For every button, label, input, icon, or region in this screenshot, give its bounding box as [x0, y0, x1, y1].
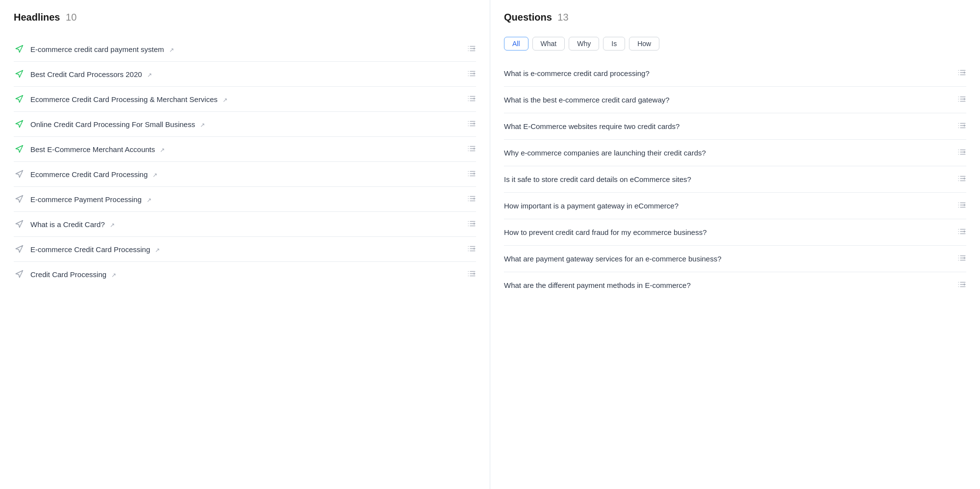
add-to-list-icon[interactable] [467, 194, 476, 205]
headline-text: Best E-Commerce Merchant Accounts ↗ [30, 145, 461, 154]
headline-text: E-commerce Credit Card Processing ↗ [30, 245, 461, 254]
question-text: What E-Commerce websites require two cre… [504, 122, 952, 130]
add-to-list-icon[interactable] [467, 269, 476, 280]
question-add-icon[interactable] [957, 68, 966, 78]
headlines-header: Headlines 10 [14, 12, 476, 27]
headline-text: Best Credit Card Processors 2020 ↗ [30, 70, 461, 78]
question-text: What are payment gateway services for an… [504, 255, 952, 263]
question-item[interactable]: Why e-commerce companies are launching t… [504, 140, 966, 166]
headline-text: E-commerce Payment Processing ↗ [30, 195, 461, 204]
questions-header: Questions 13 [504, 12, 966, 27]
megaphone-icon [14, 144, 25, 154]
add-to-list-icon[interactable] [467, 244, 476, 255]
add-to-list-icon[interactable] [467, 219, 476, 230]
add-to-list-icon[interactable] [467, 69, 476, 79]
external-link-icon: ↗ [169, 47, 174, 53]
questions-panel: Questions 13 AllWhatWhyIsHow What is e-c… [490, 0, 980, 489]
question-item[interactable]: How to prevent credit card fraud for my … [504, 219, 966, 246]
question-add-icon[interactable] [957, 174, 966, 184]
question-item[interactable]: What E-Commerce websites require two cre… [504, 113, 966, 140]
add-to-list-icon[interactable] [467, 144, 476, 154]
question-text: How to prevent credit card fraud for my … [504, 228, 952, 236]
headlines-title: Headlines [14, 12, 60, 23]
headline-item[interactable]: E-commerce Payment Processing ↗ [14, 187, 476, 212]
headline-item[interactable]: E-commerce Credit Card Processing ↗ [14, 237, 476, 262]
headline-item[interactable]: E-commerce credit card payment system ↗ [14, 37, 476, 62]
external-link-icon: ↗ [152, 172, 157, 179]
question-add-icon[interactable] [957, 95, 966, 105]
external-link-icon: ↗ [155, 247, 160, 254]
main-container: Headlines 10 E-commerce credit card paym… [0, 0, 980, 489]
question-text: Why e-commerce companies are launching t… [504, 149, 952, 157]
question-add-icon[interactable] [957, 148, 966, 158]
filter-btn-is[interactable]: Is [603, 37, 625, 51]
megaphone-icon [14, 44, 25, 54]
question-add-icon[interactable] [957, 227, 966, 237]
add-to-list-icon[interactable] [467, 94, 476, 104]
question-text: What is e-commerce credit card processin… [504, 69, 952, 77]
question-add-icon[interactable] [957, 201, 966, 211]
filter-btn-why[interactable]: Why [569, 37, 599, 51]
external-link-icon: ↗ [111, 272, 116, 279]
megaphone-icon [14, 169, 25, 180]
headlines-list: E-commerce credit card payment system ↗ … [14, 37, 476, 286]
headline-item[interactable]: Best Credit Card Processors 2020 ↗ [14, 62, 476, 87]
add-to-list-icon[interactable] [467, 169, 476, 180]
question-item[interactable]: What is the best e-commerce credit card … [504, 87, 966, 113]
headline-text: Credit Card Processing ↗ [30, 270, 461, 279]
headline-item[interactable]: Online Credit Card Processing For Small … [14, 112, 476, 137]
megaphone-icon [14, 244, 25, 255]
headline-text: Online Credit Card Processing For Small … [30, 120, 461, 129]
question-add-icon[interactable] [957, 280, 966, 290]
questions-title: Questions [504, 12, 552, 23]
question-item[interactable]: What is e-commerce credit card processin… [504, 60, 966, 87]
external-link-icon: ↗ [223, 97, 227, 103]
question-item[interactable]: What are payment gateway services for an… [504, 246, 966, 272]
question-text: What is the best e-commerce credit card … [504, 96, 952, 104]
question-add-icon[interactable] [957, 121, 966, 131]
megaphone-icon [14, 194, 25, 205]
headlines-panel: Headlines 10 E-commerce credit card paym… [0, 0, 490, 489]
filter-btn-what[interactable]: What [532, 37, 565, 51]
add-to-list-icon[interactable] [467, 119, 476, 129]
headline-item[interactable]: Ecommerce Credit Card Processing ↗ [14, 162, 476, 187]
filter-btn-how[interactable]: How [629, 37, 659, 51]
external-link-icon: ↗ [160, 147, 165, 154]
megaphone-icon [14, 269, 25, 280]
question-text: How important is a payment gateway in eC… [504, 202, 952, 210]
megaphone-icon [14, 219, 25, 230]
headlines-count: 10 [66, 12, 76, 23]
megaphone-icon [14, 69, 25, 79]
headline-text: E-commerce credit card payment system ↗ [30, 45, 461, 53]
add-to-list-icon[interactable] [467, 44, 476, 54]
external-link-icon: ↗ [147, 72, 152, 78]
question-item[interactable]: How important is a payment gateway in eC… [504, 193, 966, 219]
question-item[interactable]: Is it safe to store credit card details … [504, 166, 966, 193]
megaphone-icon [14, 94, 25, 104]
headline-item[interactable]: What is a Credit Card? ↗ [14, 212, 476, 237]
external-link-icon: ↗ [110, 222, 115, 229]
filter-row: AllWhatWhyIsHow [504, 37, 966, 51]
headline-item[interactable]: Ecommerce Credit Card Processing & Merch… [14, 87, 476, 112]
questions-count: 13 [557, 12, 568, 23]
question-text: What are the different payment methods i… [504, 281, 952, 289]
questions-list: What is e-commerce credit card processin… [504, 60, 966, 298]
headline-item[interactable]: Best E-Commerce Merchant Accounts ↗ [14, 137, 476, 162]
headline-text: Ecommerce Credit Card Processing ↗ [30, 170, 461, 179]
question-item[interactable]: What are the different payment methods i… [504, 272, 966, 298]
megaphone-icon [14, 119, 25, 129]
question-text: Is it safe to store credit card details … [504, 175, 952, 183]
external-link-icon: ↗ [147, 197, 151, 204]
headline-item[interactable]: Credit Card Processing ↗ [14, 262, 476, 286]
headline-text: Ecommerce Credit Card Processing & Merch… [30, 95, 461, 103]
filter-btn-all[interactable]: All [504, 37, 528, 51]
external-link-icon: ↗ [200, 122, 205, 129]
question-add-icon[interactable] [957, 254, 966, 264]
headline-text: What is a Credit Card? ↗ [30, 220, 461, 229]
